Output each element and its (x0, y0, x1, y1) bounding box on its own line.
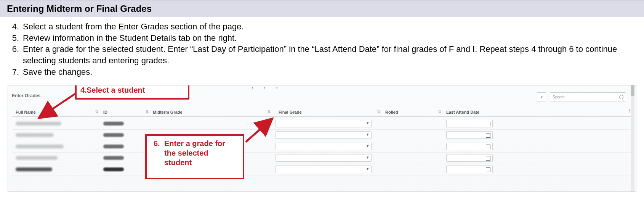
table-row[interactable] (12, 118, 632, 130)
sort-icon[interactable]: ⇅ (95, 109, 98, 114)
final-grade-select[interactable] (276, 166, 372, 173)
table-row[interactable] (12, 164, 632, 175)
col-midterm-grade[interactable]: Midterm Grade (153, 110, 183, 114)
col-rolled[interactable]: Rolled (385, 110, 398, 114)
final-grade-select[interactable] (276, 143, 372, 150)
scrollbar-thumb[interactable] (631, 85, 634, 96)
table-body (12, 118, 632, 175)
callout-number: 6. (154, 139, 160, 148)
student-name-redacted (16, 145, 64, 148)
last-attend-date-input[interactable] (446, 120, 493, 127)
ruler-marks: • • • (252, 85, 278, 90)
student-name-redacted (16, 167, 52, 171)
vertical-scrollbar[interactable] (631, 85, 634, 191)
search-placeholder: Search (553, 95, 565, 99)
step-number: 5. (9, 32, 23, 44)
step-text: Select a student from the Enter Grades s… (23, 21, 635, 32)
student-id-redacted (103, 167, 124, 171)
search-icon (619, 95, 623, 99)
table-header: Full Name ⇅ ID ⇅ Midterm Grade ⇅ Final G… (12, 108, 632, 117)
step-text: Review information in the Student Detail… (23, 32, 635, 44)
col-id[interactable]: ID (103, 110, 107, 114)
callout-select-student: 4. Select a student (75, 85, 189, 100)
enter-grades-label: Enter Grades (12, 93, 40, 98)
col-final-grade[interactable]: Final Grade (279, 110, 302, 114)
student-id-redacted (103, 122, 124, 125)
step-number: 6. (9, 43, 23, 66)
col-full-name[interactable]: Full Name (16, 110, 36, 114)
sort-icon[interactable]: ⇅ (377, 109, 380, 114)
last-attend-date-input[interactable] (446, 166, 493, 173)
callout-enter-grade: 6. Enter a grade for the selected studen… (145, 134, 244, 179)
last-attend-date-input[interactable] (446, 154, 493, 162)
instruction-step: 5. Review information in the Student Det… (9, 32, 635, 44)
sort-icon[interactable]: ⇅ (267, 109, 271, 114)
toggle-button[interactable]: ▾ (537, 92, 546, 101)
search-input[interactable]: Search (550, 92, 626, 101)
student-name-redacted (16, 156, 58, 160)
final-grade-select[interactable] (276, 120, 372, 127)
student-name-redacted (16, 122, 61, 125)
step-number: 4. (9, 21, 23, 32)
instruction-step: 6. Enter a grade for the selected studen… (9, 43, 635, 66)
last-attend-date-input[interactable] (446, 143, 493, 150)
step-text: Save the changes. (23, 66, 635, 78)
student-id-redacted (103, 133, 124, 137)
last-attend-date-input[interactable] (446, 131, 493, 139)
table-row[interactable] (12, 153, 632, 164)
student-name-redacted (16, 133, 54, 137)
callout-text: Select a student (87, 86, 145, 94)
sort-icon[interactable]: ⇅ (438, 109, 441, 114)
table-row[interactable] (12, 130, 632, 141)
student-id-redacted (103, 156, 124, 160)
col-last-attend-date[interactable]: Last Attend Date (446, 110, 479, 114)
instruction-list: 4. Select a student from the Enter Grade… (0, 17, 644, 80)
step-number: 7. (9, 66, 23, 78)
instruction-step: 7. Save the changes. (9, 66, 635, 78)
callout-text: Enter a grade for the selected student (164, 139, 225, 167)
section-heading: Entering Midterm or Final Grades (0, 0, 644, 17)
table-row[interactable] (12, 141, 632, 153)
student-id-redacted (103, 145, 124, 148)
grades-screenshot: • • • Enter Grades ▾ Search Full Name ⇅ … (8, 85, 636, 192)
chevron-icon: ▾ (541, 95, 543, 99)
more-icon[interactable]: ⁝ (628, 108, 630, 114)
final-grade-select[interactable] (276, 154, 372, 162)
step-text: Enter a grade for the selected student. … (23, 43, 635, 66)
final-grade-select[interactable] (276, 131, 372, 139)
callout-number: 4. (80, 85, 87, 95)
sort-icon[interactable]: ⇅ (145, 109, 149, 114)
instruction-step: 4. Select a student from the Enter Grade… (9, 21, 635, 32)
